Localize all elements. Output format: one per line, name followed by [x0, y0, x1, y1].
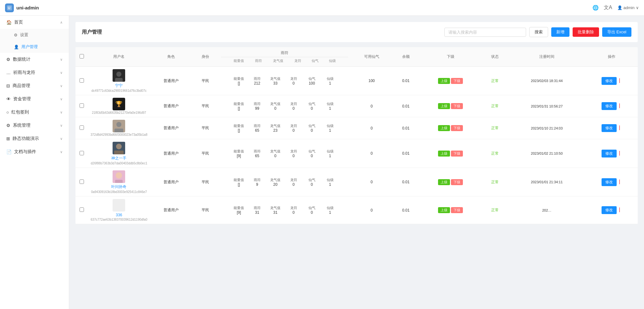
header-actions: 搜索 新增 批量删除 导出 Excel	[444, 27, 631, 37]
data-stats-label: 数据统计	[13, 57, 31, 62]
badge-up[interactable]: 上级	[438, 207, 450, 213]
row-username-cell: 宁宁 dc49771c63dca290019661d76c3bd07c	[88, 67, 150, 95]
badge-up[interactable]: 上级	[438, 125, 450, 131]
delete-row-button[interactable]: |	[618, 78, 621, 83]
sidebar-item-settings[interactable]: ⚙ 设置	[0, 29, 69, 41]
settings-label: 设置	[20, 32, 28, 38]
add-button[interactable]: 新增	[551, 27, 569, 37]
delete-row-button[interactable]: |	[618, 103, 621, 108]
sidebar-item-finance[interactable]: 👁 资金管理 ∨	[0, 92, 69, 106]
row-checkbox-cell	[75, 67, 88, 95]
sys-mgmt-label: 系统管理	[13, 123, 31, 128]
user-icon: 👤	[617, 5, 622, 10]
row-role-cell: 普通用户	[150, 95, 192, 117]
sidebar-item-redpacket[interactable]: ○ 红包签到 ∨	[0, 106, 69, 119]
modify-button[interactable]: 修改	[602, 77, 617, 85]
status-badge: 正常	[491, 79, 499, 83]
user-id: 372d8d42993bd66f3000023e73a05b1a8	[91, 133, 147, 136]
row-identity-cell: 平民	[192, 117, 219, 139]
row-checkbox[interactable]	[80, 78, 84, 83]
xian-qi-val: 仙气 0	[303, 101, 321, 111]
finance-icon: 👁	[6, 97, 11, 102]
row-rain-cell: 能量值 [] 雨符 99 龙气值 0 龙符 0 仙气 0	[219, 95, 351, 117]
energy-val: 能量值 []	[230, 76, 248, 86]
row-checkbox[interactable]	[80, 125, 84, 130]
export-button[interactable]: 导出 Excel	[602, 27, 631, 37]
data-stats-chevron: ∨	[60, 58, 63, 62]
xian-qi-val: 仙气 100	[303, 76, 321, 86]
sidebar-item-docs[interactable]: 📄 文档与插件 ∨	[0, 145, 69, 158]
select-all-checkbox[interactable]	[80, 54, 84, 58]
badge-down[interactable]: 下级	[451, 151, 463, 157]
sidebar-item-home[interactable]: 🏠 首页 ∧	[0, 16, 69, 29]
row-rain-cell: 能量值 [] 雨符 65 龙气值 23 龙符 0 仙气 0	[219, 117, 351, 139]
search-button[interactable]: 搜索	[529, 27, 548, 37]
row-username-cell: 神之一手 d26f88b7363b3d7da00403ddb5c8b0ec1	[88, 139, 150, 168]
sidebar-item-goods[interactable]: ⊟ 商品管理 ∨	[0, 79, 69, 92]
app-name: uni-admin	[16, 5, 39, 10]
table-row: 🏆 21f83d5b63d6635b21270efa0e196d97 普通用户 …	[75, 95, 638, 117]
user-name-link[interactable]: 神之一手	[111, 156, 126, 161]
badge-up[interactable]: 上级	[438, 103, 450, 109]
svg-rect-13	[115, 180, 123, 183]
modify-button[interactable]: 修改	[602, 206, 617, 214]
delete-row-button[interactable]: |	[618, 207, 621, 212]
rain-val: 雨符 31	[248, 205, 266, 215]
modify-button[interactable]: 修改	[602, 102, 617, 110]
badge-down[interactable]: 下级	[451, 207, 463, 213]
delete-row-button[interactable]: |	[618, 125, 621, 130]
sidebar-item-data-stats[interactable]: ⚙ 数据统计 ∨	[0, 53, 69, 66]
badge-down[interactable]: 下级	[451, 103, 463, 109]
badge-down[interactable]: 下级	[451, 125, 463, 131]
user-name-link[interactable]: 336	[116, 213, 122, 217]
th-rain: 雨符 能量值 雨符 龙气值 龙符 仙气 仙级	[219, 47, 351, 67]
row-balance-cell: 0.01	[393, 196, 419, 224]
admin-menu[interactable]: 👤 admin ∨	[617, 5, 639, 10]
energy-val: 能量值 []	[230, 177, 248, 187]
modify-button[interactable]: 修改	[602, 124, 617, 132]
redpacket-chevron: ∨	[60, 110, 63, 114]
row-sub-level-cell: 上级 下级	[419, 117, 482, 139]
delete-row-button[interactable]: |	[618, 150, 621, 156]
user-table-container: 用户名 角色 身份 雨符 能量值 雨符 龙气值 龙符 仙气 仙级	[75, 47, 638, 224]
xian-level-val: 仙级 1	[321, 205, 339, 215]
badge-up[interactable]: 上级	[438, 78, 450, 84]
user-id: 0a94309163b18bd3003e925411c846e7	[91, 190, 147, 194]
globe-icon[interactable]: 🌐	[592, 5, 599, 11]
batch-delete-button[interactable]: 批量删除	[573, 27, 599, 37]
sidebar-item-rain-dragon[interactable]: … 祈雨与龙符 ∨	[0, 66, 69, 79]
user-name-link[interactable]: 叶问孙奇	[111, 184, 126, 190]
logo-icon: U	[5, 3, 14, 12]
delete-row-button[interactable]: |	[618, 179, 621, 184]
th-checkbox	[75, 47, 88, 67]
lang-icon[interactable]: 文A	[604, 4, 612, 11]
badge-up[interactable]: 上级	[438, 151, 450, 157]
svg-point-6	[116, 122, 121, 127]
xian-level-val: 仙级 1	[321, 123, 339, 133]
row-checkbox[interactable]	[80, 103, 84, 108]
badge-up[interactable]: 上级	[438, 179, 450, 185]
status-badge: 正常	[491, 151, 499, 156]
modify-button[interactable]: 修改	[602, 178, 617, 186]
rain-val: 雨符 212	[248, 76, 266, 86]
modify-button[interactable]: 修改	[602, 150, 617, 157]
sidebar-item-static-demo[interactable]: ⊞ 静态功能演示 ∨	[0, 132, 69, 145]
sidebar-item-user-management[interactable]: 👤 用户管理	[0, 41, 69, 53]
redpacket-label: 红包签到	[11, 109, 29, 115]
row-operation-cell: 修改 |	[585, 67, 638, 95]
row-checkbox-cell	[75, 168, 88, 196]
layout: 🏠 首页 ∧ ⚙ 设置 👤 用户管理 ⚙ 数据统计 ∨ …	[0, 16, 644, 309]
user-name-link[interactable]: 宁宁	[115, 83, 123, 88]
sidebar-item-sys-mgmt[interactable]: ⚙ 系统管理 ∨	[0, 119, 69, 132]
row-sub-level-cell: 上级 下级	[419, 168, 482, 196]
row-checkbox[interactable]	[80, 151, 84, 155]
page-title: 用户管理	[82, 29, 102, 36]
user-mgmt-icon: 👤	[14, 45, 19, 49]
search-input[interactable]	[444, 28, 526, 37]
row-checkbox[interactable]	[80, 179, 84, 184]
badge-down[interactable]: 下级	[451, 78, 463, 84]
docs-icon: 📄	[6, 149, 12, 154]
dragon-symbol-val: 龙符 0	[285, 123, 303, 133]
badge-down[interactable]: 下级	[451, 179, 463, 185]
row-checkbox[interactable]	[80, 207, 84, 212]
